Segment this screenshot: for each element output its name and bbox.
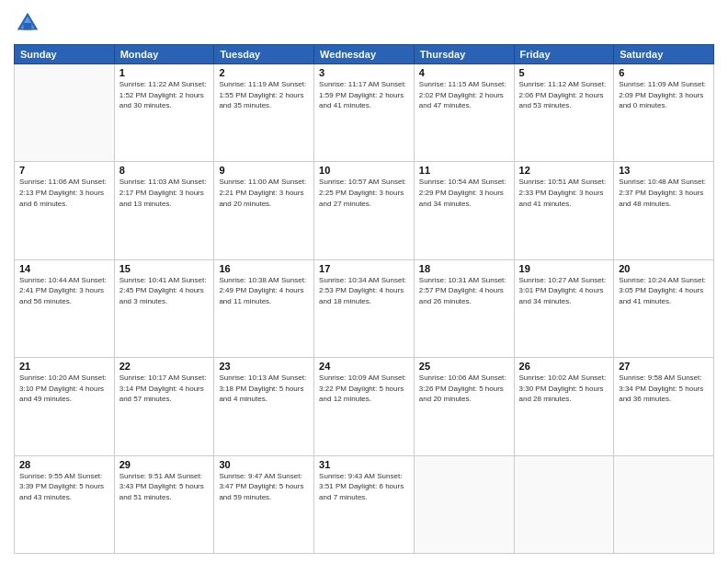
calendar-cell: 2Sunrise: 11:19 AM Sunset: 1:55 PM Dayli… — [214, 64, 314, 162]
day-info: Sunrise: 11:12 AM Sunset: 2:06 PM Daylig… — [519, 79, 609, 111]
calendar-week-row: 14Sunrise: 10:44 AM Sunset: 2:41 PM Dayl… — [15, 259, 714, 357]
day-info: Sunrise: 10:34 AM Sunset: 2:53 PM Daylig… — [319, 275, 409, 307]
calendar-cell: 1Sunrise: 11:22 AM Sunset: 1:52 PM Dayli… — [114, 64, 214, 162]
calendar-cell: 29Sunrise: 9:51 AM Sunset: 3:43 PM Dayli… — [114, 455, 214, 553]
day-number: 9 — [219, 165, 309, 176]
calendar-cell: 12Sunrise: 10:51 AM Sunset: 2:33 PM Dayl… — [514, 162, 614, 259]
logo — [14, 9, 45, 37]
day-number: 25 — [419, 361, 509, 372]
calendar-week-row: 1Sunrise: 11:22 AM Sunset: 1:52 PM Dayli… — [15, 64, 714, 162]
calendar-day-header: Thursday — [414, 45, 514, 64]
day-number: 7 — [19, 165, 109, 176]
calendar-day-header: Wednesday — [314, 45, 415, 64]
day-number: 12 — [519, 165, 609, 176]
day-number: 31 — [319, 459, 409, 470]
day-info: Sunrise: 10:31 AM Sunset: 2:57 PM Daylig… — [419, 275, 509, 307]
calendar-cell: 9Sunrise: 11:00 AM Sunset: 2:21 PM Dayli… — [214, 162, 314, 259]
calendar-cell: 27Sunrise: 9:58 AM Sunset: 3:34 PM Dayli… — [614, 358, 714, 455]
calendar-day-header: Friday — [514, 45, 614, 64]
day-info: Sunrise: 10:41 AM Sunset: 2:45 PM Daylig… — [119, 275, 210, 307]
day-number: 24 — [319, 361, 409, 372]
day-info: Sunrise: 11:06 AM Sunset: 2:13 PM Daylig… — [19, 177, 109, 209]
day-number: 15 — [119, 263, 210, 274]
day-info: Sunrise: 11:17 AM Sunset: 1:59 PM Daylig… — [319, 79, 409, 111]
day-info: Sunrise: 10:44 AM Sunset: 2:41 PM Daylig… — [19, 275, 109, 307]
day-number: 19 — [519, 263, 609, 274]
calendar-cell: 18Sunrise: 10:31 AM Sunset: 2:57 PM Dayl… — [414, 259, 514, 357]
calendar-cell: 19Sunrise: 10:27 AM Sunset: 3:01 PM Dayl… — [514, 259, 614, 357]
day-number: 20 — [619, 263, 709, 274]
page: SundayMondayTuesdayWednesdayThursdayFrid… — [0, 0, 728, 563]
calendar-cell: 3Sunrise: 11:17 AM Sunset: 1:59 PM Dayli… — [314, 64, 415, 162]
calendar-cell: 26Sunrise: 10:02 AM Sunset: 3:30 PM Dayl… — [514, 358, 614, 455]
day-number: 10 — [319, 165, 409, 176]
calendar-cell — [414, 455, 514, 553]
calendar-day-header: Saturday — [614, 45, 714, 64]
day-number: 8 — [119, 165, 210, 176]
day-info: Sunrise: 11:22 AM Sunset: 1:52 PM Daylig… — [119, 79, 210, 111]
calendar-cell: 17Sunrise: 10:34 AM Sunset: 2:53 PM Dayl… — [314, 259, 415, 357]
calendar-day-header: Monday — [114, 45, 214, 64]
day-info: Sunrise: 9:58 AM Sunset: 3:34 PM Dayligh… — [619, 373, 709, 405]
calendar-cell: 11Sunrise: 10:54 AM Sunset: 2:29 PM Dayl… — [414, 162, 514, 259]
calendar-week-row: 7Sunrise: 11:06 AM Sunset: 2:13 PM Dayli… — [15, 162, 714, 259]
day-info: Sunrise: 10:13 AM Sunset: 3:18 PM Daylig… — [219, 373, 309, 405]
calendar-cell: 15Sunrise: 10:41 AM Sunset: 2:45 PM Dayl… — [114, 259, 214, 357]
calendar-cell: 31Sunrise: 9:43 AM Sunset: 3:51 PM Dayli… — [314, 455, 415, 553]
day-info: Sunrise: 10:09 AM Sunset: 3:22 PM Daylig… — [319, 373, 409, 405]
calendar-cell: 5Sunrise: 11:12 AM Sunset: 2:06 PM Dayli… — [514, 64, 614, 162]
day-info: Sunrise: 10:24 AM Sunset: 3:05 PM Daylig… — [619, 275, 709, 307]
day-info: Sunrise: 10:20 AM Sunset: 3:10 PM Daylig… — [19, 373, 109, 405]
day-number: 27 — [619, 361, 709, 372]
day-info: Sunrise: 9:47 AM Sunset: 3:47 PM Dayligh… — [219, 471, 309, 503]
day-info: Sunrise: 10:48 AM Sunset: 2:37 PM Daylig… — [619, 177, 709, 209]
calendar-week-row: 28Sunrise: 9:55 AM Sunset: 3:39 PM Dayli… — [15, 455, 714, 553]
calendar-cell: 28Sunrise: 9:55 AM Sunset: 3:39 PM Dayli… — [15, 455, 115, 553]
day-info: Sunrise: 9:55 AM Sunset: 3:39 PM Dayligh… — [19, 471, 109, 503]
day-info: Sunrise: 10:17 AM Sunset: 3:14 PM Daylig… — [119, 373, 210, 405]
day-info: Sunrise: 10:38 AM Sunset: 2:49 PM Daylig… — [219, 275, 309, 307]
day-number: 29 — [119, 459, 210, 470]
calendar-cell — [15, 64, 115, 162]
calendar-cell — [614, 455, 714, 553]
day-number: 17 — [319, 263, 409, 274]
day-info: Sunrise: 11:09 AM Sunset: 2:09 PM Daylig… — [619, 79, 709, 111]
svg-rect-2 — [24, 23, 32, 30]
day-number: 28 — [19, 459, 109, 470]
day-number: 3 — [319, 67, 409, 78]
calendar-cell: 4Sunrise: 11:15 AM Sunset: 2:02 PM Dayli… — [414, 64, 514, 162]
day-number: 2 — [219, 67, 309, 78]
day-info: Sunrise: 11:15 AM Sunset: 2:02 PM Daylig… — [419, 79, 509, 111]
calendar-cell: 23Sunrise: 10:13 AM Sunset: 3:18 PM Dayl… — [214, 358, 314, 455]
day-number: 30 — [219, 459, 309, 470]
day-info: Sunrise: 9:43 AM Sunset: 3:51 PM Dayligh… — [319, 471, 409, 503]
day-number: 5 — [519, 67, 609, 78]
day-number: 13 — [619, 165, 709, 176]
day-info: Sunrise: 10:54 AM Sunset: 2:29 PM Daylig… — [419, 177, 509, 209]
day-number: 6 — [619, 67, 709, 78]
calendar-cell: 24Sunrise: 10:09 AM Sunset: 3:22 PM Dayl… — [314, 358, 415, 455]
day-number: 21 — [19, 361, 109, 372]
day-info: Sunrise: 10:06 AM Sunset: 3:26 PM Daylig… — [419, 373, 509, 405]
day-number: 23 — [219, 361, 309, 372]
calendar-cell: 6Sunrise: 11:09 AM Sunset: 2:09 PM Dayli… — [614, 64, 714, 162]
day-info: Sunrise: 11:19 AM Sunset: 1:55 PM Daylig… — [219, 79, 309, 111]
day-info: Sunrise: 11:03 AM Sunset: 2:17 PM Daylig… — [119, 177, 210, 209]
calendar-cell: 22Sunrise: 10:17 AM Sunset: 3:14 PM Dayl… — [114, 358, 214, 455]
day-number: 16 — [219, 263, 309, 274]
calendar-day-header: Tuesday — [214, 45, 314, 64]
calendar-cell: 8Sunrise: 11:03 AM Sunset: 2:17 PM Dayli… — [114, 162, 214, 259]
calendar-cell: 7Sunrise: 11:06 AM Sunset: 2:13 PM Dayli… — [15, 162, 115, 259]
logo-icon — [14, 9, 41, 37]
calendar-cell: 25Sunrise: 10:06 AM Sunset: 3:26 PM Dayl… — [414, 358, 514, 455]
day-number: 26 — [519, 361, 609, 372]
calendar-cell: 13Sunrise: 10:48 AM Sunset: 2:37 PM Dayl… — [614, 162, 714, 259]
day-number: 14 — [19, 263, 109, 274]
day-number: 22 — [119, 361, 210, 372]
day-number: 18 — [419, 263, 509, 274]
calendar-table: SundayMondayTuesdayWednesdayThursdayFrid… — [14, 44, 714, 554]
calendar-cell: 30Sunrise: 9:47 AM Sunset: 3:47 PM Dayli… — [214, 455, 314, 553]
day-number: 1 — [119, 67, 210, 78]
day-info: Sunrise: 11:00 AM Sunset: 2:21 PM Daylig… — [219, 177, 309, 209]
calendar-cell: 20Sunrise: 10:24 AM Sunset: 3:05 PM Dayl… — [614, 259, 714, 357]
